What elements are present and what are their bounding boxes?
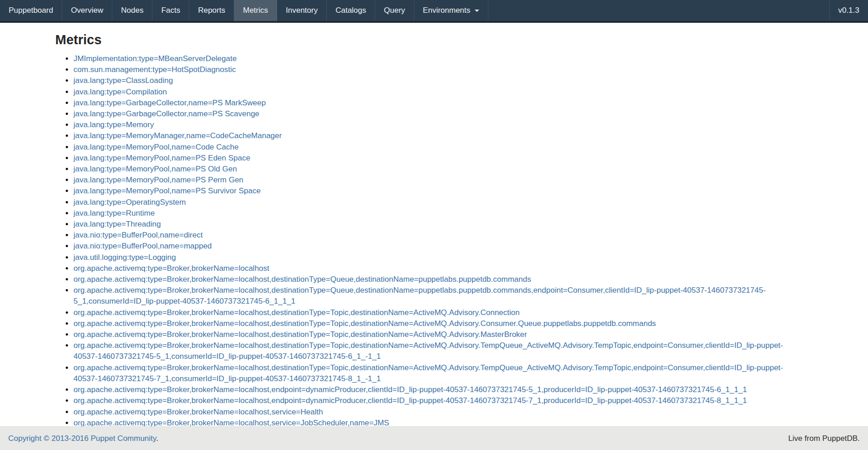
- metric-link[interactable]: java.util.logging:type=Logging: [73, 253, 176, 262]
- metric-link[interactable]: java.nio:type=BufferPool,name=direct: [73, 231, 203, 239]
- metric-link[interactable]: org.apache.activemq:type=Broker,brokerNa…: [73, 319, 656, 328]
- metric-link[interactable]: org.apache.activemq:type=Broker,brokerNa…: [73, 341, 783, 361]
- metric-link[interactable]: java.lang:type=MemoryManager,name=CodeCa…: [73, 131, 282, 140]
- footer: Copyright © 2013-2016 Puppet Community. …: [0, 426, 868, 450]
- metric-list-item: java.nio:type=BufferPool,name=direct: [73, 230, 791, 241]
- nav-item-label: Facts: [161, 6, 180, 15]
- live-from-puppetdb-text: Live from PuppetDB.: [788, 434, 860, 443]
- top-navbar: Puppetboard Overview Nodes Facts Reports…: [0, 0, 868, 23]
- metric-link[interactable]: org.apache.activemq:type=Broker,brokerNa…: [73, 275, 531, 284]
- metric-link[interactable]: org.apache.activemq:type=Broker,brokerNa…: [73, 264, 269, 273]
- metric-link[interactable]: org.apache.activemq:type=Broker,brokerNa…: [73, 396, 747, 405]
- metric-list-item: java.lang:type=MemoryManager,name=CodeCa…: [73, 130, 791, 141]
- metric-list-item: org.apache.activemq:type=Broker,brokerNa…: [73, 274, 791, 285]
- metric-link[interactable]: java.lang:type=MemoryPool,name=PS Surviv…: [73, 186, 261, 195]
- metric-link[interactable]: java.lang:type=ClassLoading: [73, 76, 173, 85]
- metric-list-item: org.apache.activemq:type=Broker,brokerNa…: [73, 395, 791, 406]
- metric-list-item: java.lang:type=MemoryPool,name=PS Surviv…: [73, 186, 791, 197]
- copyright-suffix: .: [156, 434, 158, 443]
- nav-item-catalogs[interactable]: Catalogs: [327, 0, 375, 21]
- metric-link[interactable]: org.apache.activemq:type=Broker,brokerNa…: [73, 419, 389, 427]
- metric-list-item: org.apache.activemq:type=Broker,brokerNa…: [73, 318, 791, 329]
- nav-item-metrics[interactable]: Metrics: [234, 0, 277, 21]
- metric-list-item: java.lang:type=Runtime: [73, 208, 791, 219]
- metric-link[interactable]: java.lang:type=MemoryPool,name=Code Cach…: [73, 143, 239, 151]
- nav-item-label: Overview: [71, 6, 103, 15]
- metric-link[interactable]: java.lang:type=MemoryPool,name=PS Perm G…: [73, 176, 243, 184]
- metric-list-item: JMImplementation:type=MBeanServerDelegat…: [73, 53, 791, 64]
- main-content: Metrics JMImplementation:type=MBeanServe…: [55, 32, 791, 429]
- nav-item-label: Nodes: [121, 6, 143, 15]
- metric-link[interactable]: java.lang:type=Threading: [73, 220, 161, 228]
- metric-list-item: java.lang:type=GarbageCollector,name=PS …: [73, 98, 791, 109]
- metric-link[interactable]: org.apache.activemq:type=Broker,brokerNa…: [73, 286, 766, 305]
- metrics-list: JMImplementation:type=MBeanServerDelegat…: [55, 53, 791, 429]
- metric-list-item: java.nio:type=BufferPool,name=mapped: [73, 241, 791, 252]
- metric-list-item: org.apache.activemq:type=Broker,brokerNa…: [73, 285, 791, 307]
- puppetboard-page: Puppetboard Overview Nodes Facts Reports…: [0, 0, 868, 450]
- metric-list-item: org.apache.activemq:type=Broker,brokerNa…: [73, 263, 791, 274]
- version-badge: v0.1.3: [829, 0, 868, 21]
- metric-list-item: org.apache.activemq:type=Broker,brokerNa…: [73, 407, 791, 418]
- metric-list-item: java.lang:type=MemoryPool,name=PS Old Ge…: [73, 164, 791, 175]
- metric-link[interactable]: java.lang:type=MemoryPool,name=PS Old Ge…: [73, 165, 237, 173]
- nav-item-reports[interactable]: Reports: [189, 0, 235, 21]
- metric-list-item: java.lang:type=MemoryPool,name=Code Cach…: [73, 142, 791, 153]
- metric-link[interactable]: org.apache.activemq:type=Broker,brokerNa…: [73, 363, 783, 383]
- metric-link[interactable]: java.lang:type=OperatingSystem: [73, 198, 186, 207]
- metric-list-item: java.lang:type=MemoryPool,name=PS Eden S…: [73, 153, 791, 164]
- metric-list-item: org.apache.activemq:type=Broker,brokerNa…: [73, 384, 791, 395]
- nav-item-label: Puppetboard: [9, 6, 53, 15]
- nav-item-overview[interactable]: Overview: [62, 0, 112, 21]
- metric-link[interactable]: java.lang:type=Runtime: [73, 209, 155, 217]
- nav-item-label: Inventory: [286, 6, 318, 15]
- metric-list-item: java.lang:type=OperatingSystem: [73, 197, 791, 208]
- metric-list-item: org.apache.activemq:type=Broker,brokerNa…: [73, 329, 791, 340]
- caret-down-icon: [475, 10, 479, 12]
- nav-item-label: Catalogs: [335, 6, 366, 15]
- metric-link[interactable]: java.lang:type=MemoryPool,name=PS Eden S…: [73, 154, 250, 162]
- metric-list-item: java.lang:type=MemoryPool,name=PS Perm G…: [73, 175, 791, 186]
- metric-list-item: java.lang:type=GarbageCollector,name=PS …: [73, 109, 791, 119]
- nav-item-inventory[interactable]: Inventory: [277, 0, 327, 21]
- nav-item-query[interactable]: Query: [375, 0, 414, 21]
- nav-items: Puppetboard Overview Nodes Facts Reports…: [0, 0, 488, 21]
- nav-item-label: Reports: [198, 6, 225, 15]
- metric-list-item: com.sun.management:type=HotSpotDiagnosti…: [73, 64, 791, 75]
- metric-list-item: java.util.logging:type=Logging: [73, 252, 791, 263]
- nav-item-facts[interactable]: Facts: [152, 0, 189, 21]
- footer-copyright: Copyright © 2013-2016 Puppet Community.: [8, 434, 158, 443]
- metric-link[interactable]: org.apache.activemq:type=Broker,brokerNa…: [73, 408, 323, 416]
- metric-link[interactable]: org.apache.activemq:type=Broker,brokerNa…: [73, 308, 520, 317]
- copyright-link[interactable]: Copyright © 2013-2016 Puppet Community: [8, 434, 156, 443]
- metric-link[interactable]: com.sun.management:type=HotSpotDiagnosti…: [73, 65, 236, 74]
- metric-link[interactable]: java.lang:type=GarbageCollector,name=PS …: [73, 109, 259, 118]
- metric-link[interactable]: org.apache.activemq:type=Broker,brokerNa…: [73, 385, 747, 394]
- nav-item-environments[interactable]: Environments: [414, 0, 488, 21]
- nav-spacer: [488, 0, 829, 21]
- nav-item-label: Query: [384, 6, 405, 15]
- nav-item-puppetboard[interactable]: Puppetboard: [0, 0, 62, 21]
- metric-link[interactable]: java.lang:type=GarbageCollector,name=PS …: [73, 98, 266, 107]
- metric-link[interactable]: JMImplementation:type=MBeanServerDelegat…: [73, 54, 237, 63]
- nav-item-label: Metrics: [243, 6, 268, 15]
- nav-item-label: Environments: [423, 6, 471, 15]
- metric-list-item: java.lang:type=Memory: [73, 119, 791, 130]
- metric-link[interactable]: java.lang:type=Compilation: [73, 88, 167, 96]
- metric-list-item: java.lang:type=Threading: [73, 219, 791, 230]
- page-title: Metrics: [55, 32, 791, 47]
- metric-link[interactable]: org.apache.activemq:type=Broker,brokerNa…: [73, 330, 527, 339]
- metric-link[interactable]: java.nio:type=BufferPool,name=mapped: [73, 242, 212, 250]
- metric-list-item: java.lang:type=ClassLoading: [73, 75, 791, 86]
- metric-link[interactable]: java.lang:type=Memory: [73, 120, 154, 129]
- metric-list-item: org.apache.activemq:type=Broker,brokerNa…: [73, 307, 791, 318]
- metric-list-item: java.lang:type=Compilation: [73, 87, 791, 98]
- metric-list-item: org.apache.activemq:type=Broker,brokerNa…: [73, 362, 791, 384]
- nav-item-nodes[interactable]: Nodes: [112, 0, 152, 21]
- metric-list-item: org.apache.activemq:type=Broker,brokerNa…: [73, 340, 791, 362]
